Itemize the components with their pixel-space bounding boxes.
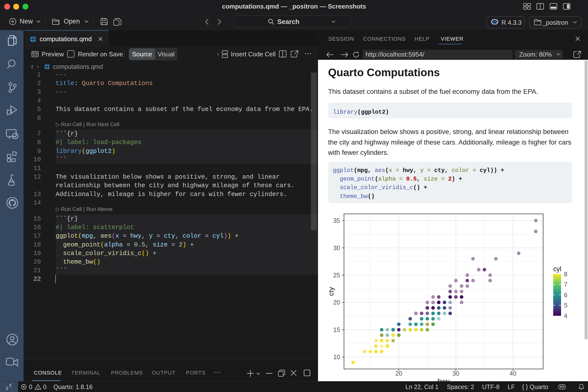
svg-text:15: 15	[333, 326, 340, 333]
svg-text:8: 8	[564, 271, 568, 278]
svg-text:10: 10	[333, 354, 340, 360]
svg-text:25: 25	[333, 272, 340, 278]
svg-text:cyl: cyl	[553, 265, 561, 273]
svg-text:4: 4	[564, 312, 568, 319]
svg-text:20: 20	[396, 370, 402, 377]
svg-text:7: 7	[564, 281, 568, 288]
svg-text:35: 35	[333, 217, 340, 224]
svg-text:5: 5	[564, 302, 568, 309]
svg-text:20: 20	[333, 299, 340, 306]
svg-text:cty: cty	[327, 287, 335, 296]
svg-text:40: 40	[510, 370, 516, 377]
svg-text:R: R	[493, 20, 497, 26]
svg-text:30: 30	[333, 244, 340, 251]
svg-text:hwy: hwy	[438, 377, 450, 381]
svg-text:30: 30	[452, 370, 460, 377]
svg-text:6: 6	[564, 292, 568, 298]
